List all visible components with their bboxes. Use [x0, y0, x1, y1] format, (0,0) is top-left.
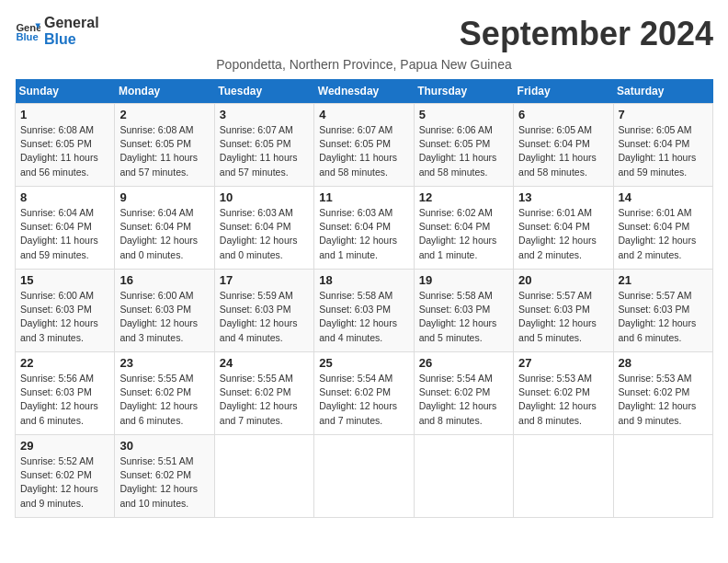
col-thursday: Thursday: [414, 79, 513, 104]
title-block: September 2024: [460, 15, 713, 53]
day-number: 12: [419, 190, 508, 204]
calendar-cell: 14 Sunrise: 6:01 AM Sunset: 6:04 PM Dayl…: [613, 187, 712, 270]
calendar-cell: 10 Sunrise: 6:03 AM Sunset: 6:04 PM Dayl…: [214, 187, 313, 270]
calendar-cell: 20 Sunrise: 5:57 AM Sunset: 6:03 PM Dayl…: [514, 270, 613, 352]
day-info: Sunrise: 5:55 AM Sunset: 6:02 PM Dayligh…: [220, 372, 309, 428]
day-number: 7: [619, 108, 708, 121]
calendar-cell: 7 Sunrise: 6:05 AM Sunset: 6:04 PM Dayli…: [613, 104, 712, 187]
day-number: 13: [518, 190, 608, 204]
day-number: 25: [319, 356, 408, 370]
day-number: 21: [619, 273, 708, 287]
day-number: 20: [518, 273, 608, 287]
calendar-cell: 11 Sunrise: 6:03 AM Sunset: 6:04 PM Dayl…: [314, 187, 414, 270]
day-info: Sunrise: 6:07 AM Sunset: 6:05 PM Dayligh…: [319, 123, 408, 179]
calendar-body: 1 Sunrise: 6:08 AM Sunset: 6:05 PM Dayli…: [16, 104, 713, 518]
month-title: September 2024: [460, 15, 713, 53]
day-info: Sunrise: 5:58 AM Sunset: 6:03 PM Dayligh…: [319, 289, 408, 345]
calendar-cell: 23 Sunrise: 5:55 AM Sunset: 6:02 PM Dayl…: [115, 352, 214, 435]
calendar-cell: [214, 435, 313, 518]
day-number: 15: [20, 273, 109, 287]
day-info: Sunrise: 5:54 AM Sunset: 6:02 PM Dayligh…: [419, 372, 508, 428]
day-number: 2: [119, 108, 209, 121]
day-number: 3: [220, 108, 309, 121]
day-info: Sunrise: 6:08 AM Sunset: 6:05 PM Dayligh…: [20, 123, 109, 179]
day-number: 11: [319, 190, 408, 204]
day-number: 8: [20, 190, 109, 204]
calendar-cell: 5 Sunrise: 6:06 AM Sunset: 6:05 PM Dayli…: [414, 104, 513, 187]
calendar-cell: 27 Sunrise: 5:53 AM Sunset: 6:02 PM Dayl…: [514, 352, 613, 435]
calendar-cell: [314, 435, 414, 518]
day-number: 17: [220, 273, 309, 287]
day-number: 16: [119, 273, 209, 287]
calendar-cell: 16 Sunrise: 6:00 AM Sunset: 6:03 PM Dayl…: [115, 270, 214, 352]
day-number: 27: [518, 356, 608, 370]
day-info: Sunrise: 5:52 AM Sunset: 6:02 PM Dayligh…: [20, 454, 109, 511]
col-sunday: Sunday: [16, 79, 115, 104]
day-info: Sunrise: 6:02 AM Sunset: 6:04 PM Dayligh…: [419, 206, 508, 262]
day-info: Sunrise: 6:00 AM Sunset: 6:03 PM Dayligh…: [20, 289, 109, 345]
calendar-cell: 6 Sunrise: 6:05 AM Sunset: 6:04 PM Dayli…: [514, 104, 613, 187]
calendar-cell: 17 Sunrise: 5:59 AM Sunset: 6:03 PM Dayl…: [214, 270, 313, 352]
calendar-table: Sunday Monday Tuesday Wednesday Thursday…: [15, 79, 713, 518]
calendar-cell: [414, 435, 513, 518]
col-saturday: Saturday: [613, 79, 712, 104]
day-number: 10: [220, 190, 309, 204]
day-number: 14: [619, 190, 708, 204]
calendar-cell: 29 Sunrise: 5:52 AM Sunset: 6:02 PM Dayl…: [16, 435, 115, 518]
day-info: Sunrise: 5:57 AM Sunset: 6:03 PM Dayligh…: [619, 289, 708, 345]
logo-icon: General Blue: [15, 18, 40, 44]
calendar-cell: 30 Sunrise: 5:51 AM Sunset: 6:02 PM Dayl…: [115, 435, 214, 518]
day-number: 18: [319, 273, 408, 287]
calendar-row: 1 Sunrise: 6:08 AM Sunset: 6:05 PM Dayli…: [16, 104, 713, 187]
day-info: Sunrise: 6:04 AM Sunset: 6:04 PM Dayligh…: [119, 206, 209, 262]
calendar-cell: 12 Sunrise: 6:02 AM Sunset: 6:04 PM Dayl…: [414, 187, 513, 270]
day-info: Sunrise: 5:59 AM Sunset: 6:03 PM Dayligh…: [220, 289, 309, 345]
day-info: Sunrise: 6:00 AM Sunset: 6:03 PM Dayligh…: [119, 289, 209, 345]
col-friday: Friday: [514, 79, 613, 104]
calendar-cell: 9 Sunrise: 6:04 AM Sunset: 6:04 PM Dayli…: [115, 187, 214, 270]
day-number: 23: [119, 356, 209, 370]
day-number: 24: [220, 356, 309, 370]
calendar-cell: 18 Sunrise: 5:58 AM Sunset: 6:03 PM Dayl…: [314, 270, 414, 352]
day-number: 22: [20, 356, 109, 370]
day-info: Sunrise: 5:56 AM Sunset: 6:03 PM Dayligh…: [20, 372, 109, 428]
calendar-cell: 2 Sunrise: 6:08 AM Sunset: 6:05 PM Dayli…: [115, 104, 214, 187]
day-number: 9: [119, 190, 209, 204]
day-info: Sunrise: 6:05 AM Sunset: 6:04 PM Dayligh…: [518, 123, 608, 179]
calendar-cell: [514, 435, 613, 518]
day-info: Sunrise: 6:03 AM Sunset: 6:04 PM Dayligh…: [319, 206, 408, 262]
day-info: Sunrise: 6:08 AM Sunset: 6:05 PM Dayligh…: [119, 123, 209, 179]
calendar-row: 15 Sunrise: 6:00 AM Sunset: 6:03 PM Dayl…: [16, 270, 713, 352]
col-tuesday: Tuesday: [214, 79, 313, 104]
location-subtitle: Popondetta, Northern Province, Papua New…: [15, 57, 713, 72]
page-header: General Blue General Blue September 2024: [15, 15, 713, 53]
calendar-cell: 19 Sunrise: 5:58 AM Sunset: 6:03 PM Dayl…: [414, 270, 513, 352]
day-number: 30: [119, 439, 209, 453]
day-number: 6: [518, 108, 608, 121]
calendar-row: 22 Sunrise: 5:56 AM Sunset: 6:03 PM Dayl…: [16, 352, 713, 435]
day-info: Sunrise: 6:05 AM Sunset: 6:04 PM Dayligh…: [619, 123, 708, 179]
day-info: Sunrise: 6:04 AM Sunset: 6:04 PM Dayligh…: [20, 206, 109, 262]
calendar-cell: 8 Sunrise: 6:04 AM Sunset: 6:04 PM Dayli…: [16, 187, 115, 270]
day-number: 5: [419, 108, 508, 121]
day-number: 28: [619, 356, 708, 370]
calendar-cell: 22 Sunrise: 5:56 AM Sunset: 6:03 PM Dayl…: [16, 352, 115, 435]
calendar-cell: 21 Sunrise: 5:57 AM Sunset: 6:03 PM Dayl…: [613, 270, 712, 352]
day-number: 19: [419, 273, 508, 287]
day-info: Sunrise: 5:57 AM Sunset: 6:03 PM Dayligh…: [518, 289, 608, 345]
day-number: 29: [20, 439, 109, 453]
calendar-row: 8 Sunrise: 6:04 AM Sunset: 6:04 PM Dayli…: [16, 187, 713, 270]
col-monday: Monday: [115, 79, 214, 104]
calendar-cell: 4 Sunrise: 6:07 AM Sunset: 6:05 PM Dayli…: [314, 104, 414, 187]
calendar-cell: 25 Sunrise: 5:54 AM Sunset: 6:02 PM Dayl…: [314, 352, 414, 435]
day-info: Sunrise: 5:53 AM Sunset: 6:02 PM Dayligh…: [619, 372, 708, 428]
svg-text:Blue: Blue: [16, 30, 38, 41]
day-info: Sunrise: 5:53 AM Sunset: 6:02 PM Dayligh…: [518, 372, 608, 428]
day-info: Sunrise: 5:54 AM Sunset: 6:02 PM Dayligh…: [319, 372, 408, 428]
calendar-cell: 28 Sunrise: 5:53 AM Sunset: 6:02 PM Dayl…: [613, 352, 712, 435]
day-number: 1: [20, 108, 109, 121]
day-number: 4: [319, 108, 408, 121]
day-info: Sunrise: 5:58 AM Sunset: 6:03 PM Dayligh…: [419, 289, 508, 345]
col-wednesday: Wednesday: [314, 79, 414, 104]
day-number: 26: [419, 356, 508, 370]
